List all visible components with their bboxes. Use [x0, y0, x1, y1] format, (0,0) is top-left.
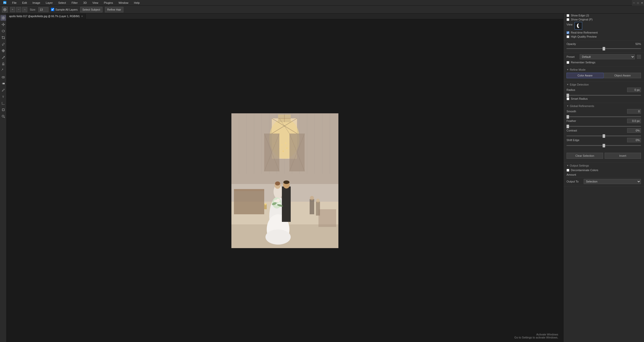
menu-select[interactable]: Select [57, 1, 67, 5]
menu-image[interactable]: Image [32, 1, 41, 5]
global-refinements-label: ▼ Global Refinements [567, 104, 641, 108]
tool-move[interactable] [1, 22, 6, 27]
menu-window[interactable]: Window [118, 1, 129, 5]
tool-type[interactable]: T [1, 94, 6, 99]
opacity-slider-container[interactable] [567, 46, 641, 50]
realtime-label: Real-time Refinement [571, 31, 598, 34]
opacity-section: Opacity 50% [564, 41, 644, 53]
windows-activation: Activate Windows Go to Settings to activ… [514, 333, 558, 339]
decontaminate-checkbox[interactable] [567, 169, 569, 172]
tool-pen[interactable] [1, 87, 6, 93]
refine-hair-button[interactable]: Refine Hair [105, 7, 123, 12]
tool-heal[interactable] [1, 48, 6, 54]
menu-3d[interactable]: 3D [82, 1, 88, 5]
menu-layer[interactable]: Layer [45, 1, 54, 5]
select-subject-button[interactable]: Select Subject [80, 7, 102, 12]
left-tools-panel: T [0, 14, 7, 342]
canvas-area [7, 19, 563, 342]
right-panel: Properties View Mode Show Edge (J) Show … [563, 0, 644, 342]
size-input[interactable] [38, 7, 48, 12]
tool-crop[interactable] [1, 35, 6, 40]
menu-bar: Ps File Edit Image Layer Select Filter 3… [0, 0, 644, 6]
output-settings-section: ▼ Output Settings Decontaminate Colors A… [564, 163, 644, 187]
invert-button[interactable]: Invert [605, 153, 641, 159]
current-tool-icon [2, 7, 8, 12]
tool-brush[interactable] [1, 55, 6, 60]
shift-edge-input[interactable] [627, 138, 641, 142]
tool-path-select[interactable] [1, 100, 6, 106]
shift-edge-row: Shift Edge [567, 138, 641, 142]
view-thumbnail-1[interactable] [575, 22, 582, 30]
tool-new[interactable]: + [10, 7, 15, 12]
show-edge-checkbox[interactable] [567, 14, 569, 17]
opacity-value: 50% [631, 42, 641, 45]
edge-detection-section: ▼ Edge Detection Radius Smart Radius [564, 82, 644, 103]
menu-edit[interactable]: Edit [21, 1, 28, 5]
tool-lasso[interactable] [1, 28, 6, 34]
show-original-checkbox[interactable] [567, 18, 569, 21]
tool-quick-select[interactable] [1, 15, 6, 21]
tab-close-button[interactable]: ✕ [81, 15, 83, 18]
radius-slider[interactable] [567, 95, 641, 96]
tool-subtract[interactable]: − [16, 7, 21, 12]
high-quality-checkbox[interactable] [567, 35, 569, 38]
output-to-label: Output To [567, 180, 582, 183]
tool-eyedropper[interactable] [1, 41, 6, 47]
tool-intersect[interactable]: ∩ [22, 7, 27, 12]
output-to-select[interactable]: Selection [584, 179, 641, 184]
canvas-image [231, 113, 338, 248]
svg-rect-89 [231, 113, 338, 248]
feather-slider[interactable] [567, 126, 641, 127]
output-to-row: Output To Selection [567, 179, 641, 184]
edge-detection-label: ▼ Edge Detection [567, 83, 641, 86]
file-tab[interactable]: apollo fields 017 @apollofields.jpg @ 66… [7, 14, 86, 19]
sample-all-layers-checkbox[interactable] [51, 8, 54, 11]
svg-point-10 [4, 56, 5, 57]
opacity-row: Opacity 50% [567, 42, 641, 45]
amount-row: Amount [567, 173, 641, 176]
tab-title: apollo fields 017 @apollofields.jpg @ 66… [9, 15, 79, 18]
preset-label: Preset [567, 55, 578, 58]
tool-eraser[interactable] [1, 74, 6, 80]
menu-filter[interactable]: Filter [70, 1, 78, 5]
sample-all-layers-label[interactable]: Sample All Layers [51, 8, 77, 11]
radius-row: Radius [567, 88, 641, 92]
preset-select[interactable]: Default [580, 54, 635, 59]
realtime-checkbox[interactable] [567, 31, 569, 34]
contrast-slider[interactable] [567, 136, 641, 136]
color-aware-button[interactable]: Color Aware [567, 73, 604, 78]
high-quality-row: High Quality Preview [567, 35, 641, 38]
menu-file[interactable]: File [11, 1, 18, 5]
toolbar: + − ∩ Size: Sample All Layers Select Sub… [0, 6, 644, 14]
remember-settings-checkbox[interactable] [567, 61, 569, 64]
edge-caret: ▼ [567, 83, 569, 86]
opacity-slider[interactable] [567, 48, 641, 49]
tool-gradient[interactable] [1, 81, 6, 86]
menu-help[interactable]: Help [133, 1, 141, 5]
svg-point-92 [578, 23, 581, 28]
menu-view[interactable]: View [91, 1, 99, 5]
smooth-row: Smooth [567, 109, 641, 114]
svg-text:T: T [2, 95, 4, 98]
smooth-slider[interactable] [567, 116, 641, 117]
shift-edge-slider[interactable] [567, 145, 641, 146]
tool-history[interactable] [1, 68, 6, 73]
tool-zoom[interactable] [1, 114, 6, 119]
smooth-input[interactable] [627, 109, 641, 114]
tool-shape[interactable] [1, 107, 6, 113]
menu-ps[interactable]: Ps [2, 0, 8, 5]
smart-radius-checkbox[interactable] [567, 97, 569, 100]
decontaminate-label: Decontaminate Colors [571, 169, 598, 172]
svg-text:Ps: Ps [4, 2, 6, 4]
clear-selection-button[interactable]: Clear Selection [567, 153, 603, 159]
preset-options[interactable]: ⋮ [637, 55, 641, 59]
tool-stamp[interactable] [1, 61, 6, 67]
menu-plugins[interactable]: Plugins [103, 1, 114, 5]
object-aware-button[interactable]: Object Aware [604, 73, 641, 78]
feather-input[interactable] [627, 119, 641, 123]
window-maximize[interactable]: □ [636, 0, 640, 6]
window-close[interactable]: ✕ [640, 0, 644, 6]
radius-input[interactable] [627, 88, 641, 92]
contrast-input[interactable] [627, 128, 641, 133]
window-minimize[interactable]: ─ [632, 0, 636, 6]
